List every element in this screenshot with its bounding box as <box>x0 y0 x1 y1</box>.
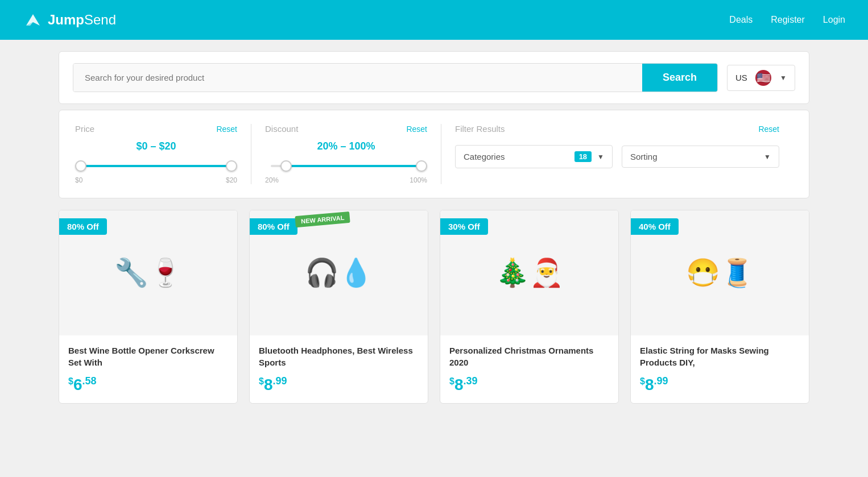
products-grid: 80% Off 🔧🍷 Best Wine Bottle Opener Corks… <box>59 210 809 404</box>
filter-results-header: Filter Results Reset <box>455 124 779 134</box>
discount-label: Discount <box>265 124 298 134</box>
sorting-label: Sorting <box>630 152 658 161</box>
nav-login[interactable]: Login <box>823 15 845 25</box>
product-info-2: Bluetooth Headphones, Best Wireless Spor… <box>250 335 428 403</box>
product-title-1: Best Wine Bottle Opener Corkscrew Set Wi… <box>68 345 228 368</box>
discount-filter-header: Discount Reset <box>265 124 427 134</box>
product-price-4: $8.99 <box>640 375 800 394</box>
categories-label: Categories <box>464 152 569 161</box>
discount-slider[interactable] <box>271 160 421 172</box>
product-image-wrap-3: 30% Off 🎄🎅 <box>440 210 618 335</box>
product-card-2: 80% Off NEW ARRIVAL 🎧💧 Bluetooth Headpho… <box>249 210 428 404</box>
svg-marker-0 <box>26 14 40 26</box>
logo-text: JumpSend <box>48 12 116 28</box>
price-label: Price <box>75 124 94 134</box>
price-range-display: $0 – $20 <box>75 140 237 152</box>
filter-results-label: Filter Results <box>455 124 505 134</box>
filter-results-block: Filter Results Reset Categories 18 ▼ Sor… <box>441 124 793 184</box>
country-label: US <box>735 73 747 82</box>
discount-badge-3: 30% Off <box>440 218 488 235</box>
product-price-3: $8.39 <box>449 375 609 394</box>
header-nav: Deals Register Login <box>729 15 845 25</box>
discount-badge-2: 80% Off <box>250 218 297 235</box>
price-max-label: $20 <box>226 176 237 184</box>
price-slider-thumb-min[interactable] <box>75 160 86 172</box>
discount-slider-fill <box>286 165 422 167</box>
sorting-select[interactable]: Sorting ▼ <box>622 146 779 168</box>
flag-icon <box>755 70 771 86</box>
product-price-2: $8.99 <box>259 375 419 394</box>
search-input[interactable] <box>73 64 642 92</box>
nav-deals[interactable]: Deals <box>729 15 753 25</box>
country-select[interactable]: US ▼ <box>727 65 795 91</box>
product-info-4: Elastic String for Masks Sewing Products… <box>631 335 809 403</box>
logo: JumpSend <box>23 10 116 30</box>
discount-badge-4: 40% Off <box>631 218 679 235</box>
discount-reset-button[interactable]: Reset <box>406 125 427 134</box>
search-input-wrap: Search <box>73 63 718 92</box>
discount-max-label: 100% <box>410 176 427 184</box>
discount-slider-thumb-max[interactable] <box>416 160 427 172</box>
header: JumpSend Deals Register Login <box>0 0 868 40</box>
chevron-down-icon: ▼ <box>780 74 787 82</box>
discount-slider-thumb-min[interactable] <box>280 160 292 172</box>
discount-badge-1: 80% Off <box>59 218 107 235</box>
product-image-wrap-4: 40% Off 😷🧵 <box>631 210 809 335</box>
filter-controls: Categories 18 ▼ Sorting ▼ <box>455 145 779 168</box>
search-button[interactable]: Search <box>642 64 717 92</box>
product-title-3: Personalized Christmas Ornaments 2020 <box>449 345 609 368</box>
discount-slider-labels: 20% 100% <box>265 176 427 184</box>
price-slider-track <box>81 165 232 167</box>
product-image-wrap-1: 80% Off 🔧🍷 <box>59 210 237 335</box>
filters-section: Price Reset $0 – $20 $0 $20 Discount Res… <box>59 110 809 198</box>
product-card-1: 80% Off 🔧🍷 Best Wine Bottle Opener Corks… <box>59 210 238 404</box>
nav-register[interactable]: Register <box>771 15 805 25</box>
sorting-chevron-icon: ▼ <box>764 153 771 161</box>
discount-slider-track <box>271 165 421 167</box>
product-card-3: 30% Off 🎄🎅 Personalized Christmas Orname… <box>440 210 619 404</box>
search-section: Search US ▼ <box>59 51 809 104</box>
discount-filter: Discount Reset 20% – 100% 20% 100% <box>251 124 441 184</box>
product-title-4: Elastic String for Masks Sewing Products… <box>640 345 800 368</box>
product-info-1: Best Wine Bottle Opener Corkscrew Set Wi… <box>59 335 237 403</box>
filter-results-reset-button[interactable]: Reset <box>758 125 779 134</box>
price-slider-labels: $0 $20 <box>75 176 237 184</box>
categories-badge: 18 <box>574 151 592 162</box>
price-reset-button[interactable]: Reset <box>216 125 237 134</box>
categories-select[interactable]: Categories 18 ▼ <box>455 145 613 168</box>
categories-chevron-icon: ▼ <box>597 153 604 161</box>
price-slider[interactable] <box>81 160 232 172</box>
product-info-3: Personalized Christmas Ornaments 2020 $8… <box>440 335 618 403</box>
price-filter-header: Price Reset <box>75 124 237 134</box>
discount-range-display: 20% – 100% <box>265 140 427 152</box>
logo-icon <box>23 10 43 30</box>
product-title-2: Bluetooth Headphones, Best Wireless Spor… <box>259 345 419 368</box>
price-min-label: $0 <box>75 176 82 184</box>
discount-min-label: 20% <box>265 176 279 184</box>
product-card-4: 40% Off 😷🧵 Elastic String for Masks Sewi… <box>630 210 809 404</box>
product-price-1: $6.58 <box>68 375 228 394</box>
main-container: Search US ▼ Price Reset $0 – $20 <box>24 40 844 415</box>
price-filter: Price Reset $0 – $20 $0 $20 <box>75 124 251 184</box>
product-image-wrap-2: 80% Off NEW ARRIVAL 🎧💧 <box>250 210 428 335</box>
price-slider-thumb-max[interactable] <box>226 160 237 172</box>
price-slider-fill <box>81 165 232 167</box>
